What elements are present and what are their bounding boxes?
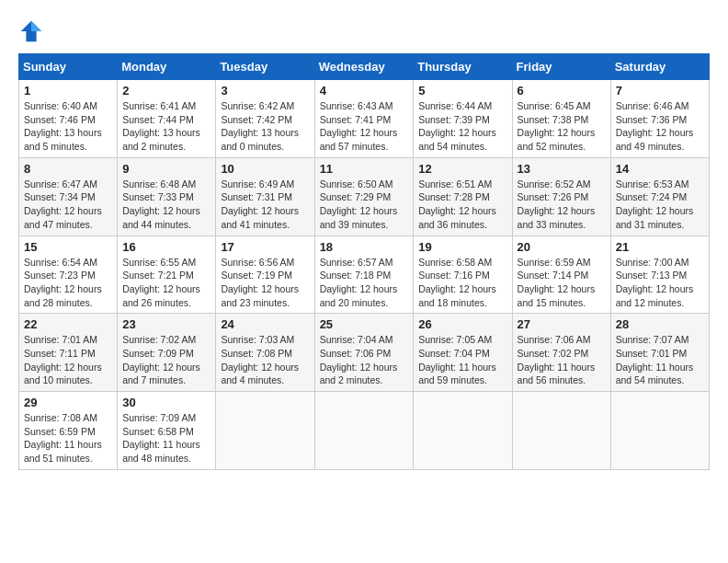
day-cell [414,392,512,470]
day-number: 2 [122,84,210,98]
day-cell: 21 Sunrise: 7:00 AM Sunset: 7:13 PM Dayl… [610,236,709,314]
day-cell [314,392,414,470]
day-info: Sunrise: 6:58 AM Sunset: 7:16 PM Dayligh… [418,256,506,310]
day-info: Sunrise: 6:57 AM Sunset: 7:18 PM Dayligh… [320,256,409,310]
day-info: Sunrise: 6:56 AM Sunset: 7:19 PM Dayligh… [221,256,309,310]
weekday-header-tuesday: Tuesday [216,54,314,80]
day-number: 6 [518,84,606,98]
day-info: Sunrise: 6:54 AM Sunset: 7:23 PM Dayligh… [24,256,112,310]
day-number: 15 [24,240,112,254]
day-cell: 30 Sunrise: 7:09 AM Sunset: 6:58 PM Dayl… [118,392,216,470]
day-cell [216,392,314,470]
day-number: 7 [616,84,704,98]
day-cell: 10 Sunrise: 6:49 AM Sunset: 7:31 PM Dayl… [216,157,314,236]
day-info: Sunrise: 6:52 AM Sunset: 7:26 PM Dayligh… [518,178,606,232]
calendar-body: 1 Sunrise: 6:40 AM Sunset: 7:46 PM Dayli… [19,80,710,470]
day-info: Sunrise: 7:09 AM Sunset: 6:58 PM Dayligh… [122,411,210,465]
day-cell [512,392,610,470]
logo-icon [18,18,44,44]
day-number: 20 [518,240,606,254]
day-number: 22 [24,317,112,331]
day-info: Sunrise: 7:03 AM Sunset: 7:08 PM Dayligh… [221,333,309,387]
day-number: 8 [24,162,112,176]
day-number: 19 [418,240,506,254]
day-number: 13 [518,162,606,176]
day-number: 12 [418,162,506,176]
week-row-1: 1 Sunrise: 6:40 AM Sunset: 7:46 PM Dayli… [19,80,710,158]
day-cell: 25 Sunrise: 7:04 AM Sunset: 7:06 PM Dayl… [314,314,414,392]
day-number: 24 [221,317,309,331]
day-info: Sunrise: 6:42 AM Sunset: 7:42 PM Dayligh… [221,99,309,154]
day-cell: 5 Sunrise: 6:44 AM Sunset: 7:39 PM Dayli… [414,80,512,158]
day-number: 29 [24,396,112,409]
day-cell: 2 Sunrise: 6:41 AM Sunset: 7:44 PM Dayli… [118,80,216,158]
day-cell: 7 Sunrise: 6:46 AM Sunset: 7:36 PM Dayli… [610,80,709,158]
day-cell: 22 Sunrise: 7:01 AM Sunset: 7:11 PM Dayl… [19,314,118,392]
week-row-3: 15 Sunrise: 6:54 AM Sunset: 7:23 PM Dayl… [19,236,710,314]
day-cell: 16 Sunrise: 6:55 AM Sunset: 7:21 PM Dayl… [118,236,216,314]
day-cell: 12 Sunrise: 6:51 AM Sunset: 7:28 PM Dayl… [414,157,512,236]
weekday-header-monday: Monday [118,54,216,80]
day-number: 21 [616,240,704,254]
day-number: 18 [320,240,409,254]
day-number: 9 [122,162,210,176]
day-number: 23 [122,317,210,331]
day-cell: 28 Sunrise: 7:07 AM Sunset: 7:01 PM Dayl… [610,314,709,392]
day-info: Sunrise: 6:59 AM Sunset: 7:14 PM Dayligh… [518,256,606,310]
day-cell: 11 Sunrise: 6:50 AM Sunset: 7:29 PM Dayl… [314,157,414,236]
day-info: Sunrise: 6:53 AM Sunset: 7:24 PM Dayligh… [616,178,704,232]
day-info: Sunrise: 6:46 AM Sunset: 7:36 PM Dayligh… [616,99,704,154]
svg-marker-1 [31,21,41,31]
day-number: 27 [518,317,606,331]
day-info: Sunrise: 6:40 AM Sunset: 7:46 PM Dayligh… [24,99,112,154]
day-info: Sunrise: 6:48 AM Sunset: 7:33 PM Dayligh… [122,178,210,232]
day-number: 4 [320,84,409,98]
day-cell: 14 Sunrise: 6:53 AM Sunset: 7:24 PM Dayl… [610,157,709,236]
logo [18,18,48,44]
day-info: Sunrise: 6:49 AM Sunset: 7:31 PM Dayligh… [221,178,309,232]
day-cell: 24 Sunrise: 7:03 AM Sunset: 7:08 PM Dayl… [216,314,314,392]
week-row-5: 29 Sunrise: 7:08 AM Sunset: 6:59 PM Dayl… [19,392,710,470]
day-info: Sunrise: 6:43 AM Sunset: 7:41 PM Dayligh… [320,99,409,154]
day-number: 3 [221,84,309,98]
day-cell: 8 Sunrise: 6:47 AM Sunset: 7:34 PM Dayli… [19,157,118,236]
weekday-header-row: SundayMondayTuesdayWednesdayThursdayFrid… [19,54,710,80]
weekday-header-sunday: Sunday [19,54,118,80]
day-number: 16 [122,240,210,254]
day-number: 14 [616,162,704,176]
day-info: Sunrise: 7:02 AM Sunset: 7:09 PM Dayligh… [122,333,210,387]
week-row-2: 8 Sunrise: 6:47 AM Sunset: 7:34 PM Dayli… [19,157,710,236]
day-cell: 9 Sunrise: 6:48 AM Sunset: 7:33 PM Dayli… [118,157,216,236]
day-info: Sunrise: 7:08 AM Sunset: 6:59 PM Dayligh… [24,411,112,465]
day-number: 11 [320,162,409,176]
day-cell: 6 Sunrise: 6:45 AM Sunset: 7:38 PM Dayli… [512,80,610,158]
day-number: 17 [221,240,309,254]
day-number: 25 [320,317,409,331]
day-cell: 19 Sunrise: 6:58 AM Sunset: 7:16 PM Dayl… [414,236,512,314]
day-info: Sunrise: 6:44 AM Sunset: 7:39 PM Dayligh… [418,99,506,154]
day-info: Sunrise: 6:55 AM Sunset: 7:21 PM Dayligh… [122,256,210,310]
weekday-header-friday: Friday [512,54,610,80]
day-info: Sunrise: 7:04 AM Sunset: 7:06 PM Dayligh… [320,333,409,387]
day-cell: 13 Sunrise: 6:52 AM Sunset: 7:26 PM Dayl… [512,157,610,236]
day-cell: 17 Sunrise: 6:56 AM Sunset: 7:19 PM Dayl… [216,236,314,314]
day-cell: 29 Sunrise: 7:08 AM Sunset: 6:59 PM Dayl… [19,392,118,470]
day-cell: 15 Sunrise: 6:54 AM Sunset: 7:23 PM Dayl… [19,236,118,314]
day-number: 10 [221,162,309,176]
day-info: Sunrise: 6:50 AM Sunset: 7:29 PM Dayligh… [320,178,409,232]
day-info: Sunrise: 6:51 AM Sunset: 7:28 PM Dayligh… [418,178,506,232]
day-cell: 18 Sunrise: 6:57 AM Sunset: 7:18 PM Dayl… [314,236,414,314]
weekday-header-saturday: Saturday [610,54,709,80]
day-info: Sunrise: 6:41 AM Sunset: 7:44 PM Dayligh… [122,99,210,154]
day-number: 30 [122,396,210,409]
day-info: Sunrise: 7:00 AM Sunset: 7:13 PM Dayligh… [616,256,704,310]
day-cell: 1 Sunrise: 6:40 AM Sunset: 7:46 PM Dayli… [19,80,118,158]
day-number: 5 [418,84,506,98]
day-number: 26 [418,317,506,331]
day-cell: 3 Sunrise: 6:42 AM Sunset: 7:42 PM Dayli… [216,80,314,158]
day-info: Sunrise: 6:45 AM Sunset: 7:38 PM Dayligh… [518,99,606,154]
day-info: Sunrise: 7:07 AM Sunset: 7:01 PM Dayligh… [616,333,704,387]
day-cell: 20 Sunrise: 6:59 AM Sunset: 7:14 PM Dayl… [512,236,610,314]
week-row-4: 22 Sunrise: 7:01 AM Sunset: 7:11 PM Dayl… [19,314,710,392]
day-info: Sunrise: 7:06 AM Sunset: 7:02 PM Dayligh… [518,333,606,387]
